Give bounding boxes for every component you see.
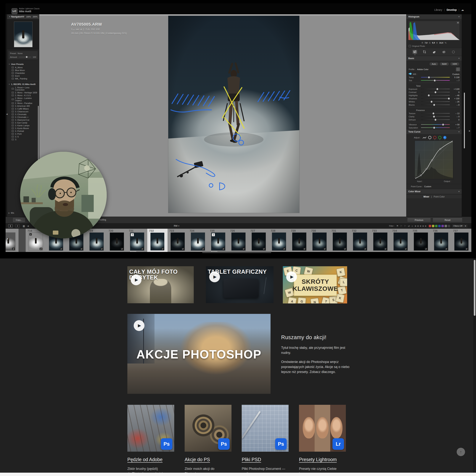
filmstrip-cell-720[interactable]: 720⇄	[107, 229, 127, 252]
preset-toggle-icon[interactable]	[12, 111, 14, 113]
slider-tint[interactable]: Tint– 7	[407, 79, 462, 82]
preset-item[interactable]: 1. Reset + Lens Correction	[7, 86, 39, 91]
preset-item[interactable]: 2. Mono - Lumière Legacy	[7, 97, 39, 102]
video-card-3[interactable]: ECWKMWATGNTSKLSKRÓTYKLAWISZOWE▶	[283, 266, 347, 304]
profile-row[interactable]: Profile : Adobe Color	[407, 67, 462, 72]
filters-off-dropdown[interactable]: Filters Off ▾	[452, 224, 468, 228]
slider-knob[interactable]	[432, 112, 434, 115]
color-label-chip[interactable]	[448, 225, 450, 227]
preset-toggle-icon[interactable]	[12, 98, 14, 100]
preset-item[interactable]: 3. Diamond Cut	[7, 119, 39, 121]
filmstrip-cell-735[interactable]: 735⇄	[411, 229, 431, 252]
product-image[interactable]: Lr	[299, 405, 346, 452]
collapse-icon[interactable]: ▼	[458, 57, 460, 59]
hdr-button[interactable]: HDR	[450, 62, 459, 66]
star-rating-filter[interactable]: ★★★★★	[414, 225, 427, 227]
grid-view-icon[interactable]: ▦	[23, 225, 25, 227]
slider-highlights[interactable]: Highlights– 46	[407, 94, 462, 97]
flag-unflagged-icon[interactable]: ⚐	[400, 225, 402, 227]
user-presets-header[interactable]: ▼User Presets	[7, 62, 39, 66]
tab-point-color[interactable]: Point Color	[434, 195, 444, 198]
slider-shadows[interactable]: Shadows+ 100	[407, 97, 462, 100]
preset-toggle-icon[interactable]	[12, 94, 14, 96]
crop-tool[interactable]	[422, 50, 427, 54]
slider-knob[interactable]	[436, 88, 439, 90]
highlight-clipping-indicator[interactable]: ▲	[457, 21, 459, 24]
preset-toggle-icon[interactable]	[12, 119, 14, 121]
preset-item[interactable]: Blue Moon	[7, 69, 39, 72]
preset-toggle-icon[interactable]	[12, 127, 14, 129]
slider-track[interactable]	[421, 127, 450, 128]
preset-item[interactable]: 3. Chromatic +	[7, 116, 39, 119]
collapse-icon[interactable]: ▼	[9, 84, 10, 85]
point-curve-row[interactable]: Point Curve : Custom	[407, 184, 462, 189]
slider-exposure[interactable]: Exposure+ 0,80	[407, 87, 462, 91]
preset-toggle-icon[interactable]	[12, 138, 14, 140]
slider-track[interactable]	[421, 89, 450, 89]
page-scrollbar-thumb[interactable]	[474, 260, 476, 316]
module-library[interactable]: Library	[434, 8, 442, 11]
filmstrip-cell-728[interactable]: 728⇄	[269, 229, 289, 252]
reset-button[interactable]: Reset	[433, 218, 462, 222]
slider-saturation[interactable]: Saturation– 7	[407, 126, 462, 129]
copy-button[interactable]: Copy...	[13, 218, 25, 222]
scroll-to-top-button[interactable]: ↑	[457, 448, 465, 456]
color-label-chip[interactable]	[432, 225, 434, 227]
preset-item[interactable]: 2. Mono - K.I.S.S.	[7, 94, 39, 97]
preset-item[interactable]: 3. Kyoto Bloom	[7, 127, 39, 130]
main-photo[interactable]	[168, 16, 299, 213]
filmstrip-cell-726[interactable]: 726⇄	[228, 229, 249, 252]
preset-toggle-icon[interactable]	[12, 67, 14, 68]
preset-toggle-icon[interactable]	[12, 72, 14, 74]
slider-track[interactable]	[421, 95, 450, 96]
preset-toggle-icon[interactable]	[12, 125, 14, 126]
preset-toggle-icon[interactable]	[12, 130, 14, 132]
filmstrip-scroll-left-arrow[interactable]: ◀	[7, 238, 8, 240]
tone-curve-header[interactable]: Tone Curve ▼	[407, 129, 462, 135]
slider-track[interactable]	[421, 80, 450, 81]
slider-texture[interactable]: Texture– 13	[407, 112, 462, 115]
preset-toggle-icon[interactable]	[12, 116, 14, 118]
slider-track[interactable]	[421, 92, 450, 92]
auto-button[interactable]: Auto	[429, 62, 439, 66]
slider-track[interactable]	[421, 119, 450, 120]
filmstrip-cell-719[interactable]: 719⇄	[86, 229, 107, 252]
module-develop[interactable]: Develop	[447, 8, 457, 11]
slider-knob[interactable]	[442, 123, 444, 126]
tone-curve-graph[interactable]	[415, 141, 454, 179]
filmstrip-cell-727[interactable]: 727⇄	[249, 229, 269, 252]
filmstrip-cell-723[interactable]: 723⇄	[168, 229, 188, 252]
masking-tool[interactable]	[451, 50, 456, 54]
point-curve-icon[interactable]	[428, 136, 431, 139]
navigator-preview[interactable]	[14, 22, 33, 47]
zoom-fit[interactable]: FIT	[22, 16, 24, 18]
preset-item[interactable]: 3. Eye Candy	[7, 121, 39, 124]
previous-button[interactable]: Previous	[407, 218, 431, 222]
amount-slider[interactable]	[18, 57, 31, 57]
preset-item[interactable]: 2. Mono - Heritage 1839	[7, 91, 39, 94]
compare-icon[interactable]: ⇄	[408, 225, 410, 227]
color-label-chip[interactable]	[435, 225, 438, 227]
right-panel-scrollbar[interactable]	[464, 93, 465, 148]
color-mixer-header[interactable]: Color Mixer ▼	[407, 189, 462, 194]
navigator-header[interactable]: ▼ Navigator FIT 100% 200%	[7, 14, 39, 19]
preset-item[interactable]: A_Mono	[7, 66, 39, 69]
slider-knob[interactable]	[448, 97, 450, 100]
preset-item[interactable]: 3. Kanto Lampo	[7, 124, 39, 127]
slider-knob[interactable]	[434, 91, 436, 93]
profile-browser-icon[interactable]	[456, 68, 459, 71]
slider-knob[interactable]	[434, 119, 436, 121]
wb-row[interactable]: 💧 WB : Custom	[407, 72, 462, 76]
preset-item[interactable]: 3. Caffè Milano	[7, 107, 39, 110]
fil mstrip-filename[interactable]: RW ▾	[174, 225, 179, 227]
preset-item[interactable]: MA_ Painting	[7, 77, 39, 80]
filmstrip-cell-732[interactable]: 732⇄	[350, 229, 370, 252]
expand-icon[interactable]: ▶	[9, 212, 10, 214]
monitor-2-button[interactable]: 2	[15, 224, 20, 228]
product-image[interactable]: Ps	[242, 405, 289, 452]
profile-value[interactable]: Adobe Color	[417, 68, 428, 70]
play-icon[interactable]: ▶	[131, 274, 141, 285]
basic-header[interactable]: Basic ▼	[407, 56, 462, 61]
preset-toggle-icon[interactable]	[12, 122, 14, 124]
slider-knob[interactable]	[433, 104, 435, 106]
